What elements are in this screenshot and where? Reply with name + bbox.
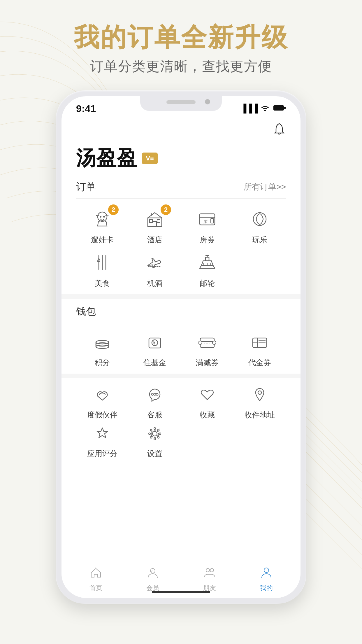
empty-slot-2	[233, 423, 286, 459]
home-nav-label: 首页	[89, 584, 102, 592]
svg-point-62	[264, 568, 269, 573]
order-grid: 2 遛娃卡 2	[76, 207, 286, 288]
svg-point-51	[149, 433, 150, 435]
svg-point-44	[152, 393, 154, 396]
vip-badge: V≡	[142, 153, 158, 164]
status-icons: ▐▐▐	[240, 104, 286, 113]
svg-rect-19	[205, 257, 209, 261]
order-item-meishi[interactable]: 美食	[76, 251, 129, 288]
status-time: 9:41	[76, 103, 96, 114]
kefu-label: 客服	[147, 410, 162, 420]
user-name-area: 汤盈盈 V≡	[76, 145, 286, 172]
jfen-icon	[92, 332, 113, 354]
service-item-rating[interactable]: 应用评分	[76, 423, 129, 459]
svg-point-53	[150, 429, 152, 431]
order-item-ludwaka[interactable]: 2 遛娃卡	[76, 207, 129, 245]
shoucang-label: 收藏	[200, 410, 215, 420]
ludwaka-icon-wrap: 2	[91, 207, 114, 231]
service-item-kefu[interactable]: 客服	[129, 384, 181, 420]
service-item-settings[interactable]: 设置	[129, 423, 181, 459]
nav-item-member[interactable]: V 会员	[124, 566, 181, 592]
bell-icon[interactable]	[273, 123, 286, 139]
shoucang-icon	[196, 384, 218, 406]
svg-point-49	[154, 428, 156, 429]
svg-rect-0	[273, 105, 284, 111]
wallet-section-header: 钱包	[76, 305, 286, 323]
jijiu-label: 机酒	[147, 278, 162, 288]
ludwaka-label: 遛娃卡	[91, 235, 114, 245]
svg-point-27	[96, 340, 109, 344]
section-divider-1	[61, 294, 301, 299]
order-section-header: 订单 所有订单>>	[76, 180, 286, 199]
svg-rect-1	[284, 107, 286, 109]
order-section-title: 订单	[76, 180, 96, 194]
meishi-icon-wrap	[91, 251, 114, 274]
settings-label: 设置	[147, 449, 162, 459]
hotel-badge: 2	[161, 204, 171, 215]
address-icon	[249, 384, 270, 406]
header-area: 我的订单全新升级 订单分类更清晰，查找更方便	[0, 23, 362, 76]
phone-camera	[205, 99, 210, 104]
services-grid-1: 度假伙伴 客服	[76, 384, 286, 420]
rating-icon	[92, 423, 113, 444]
manzjian-label: 满减券	[196, 358, 219, 368]
order-item-hotel[interactable]: 2 酒店	[129, 207, 181, 245]
youlun-icon-wrap	[196, 251, 219, 274]
svg-point-56	[150, 436, 152, 438]
wallet-item-manzjian[interactable]: 满减券	[181, 332, 233, 368]
holiday-partner-label: 度假伙伴	[87, 410, 117, 420]
svg-point-45	[154, 393, 156, 396]
empty-slot-1	[181, 423, 233, 459]
home-nav-icon	[89, 566, 102, 582]
daijinquan-label: 代金券	[248, 358, 271, 368]
order-section-link[interactable]: 所有订单>>	[244, 181, 286, 192]
service-item-holiday-partner[interactable]: 度假伙伴	[76, 384, 129, 420]
nav-item-mine[interactable]: 我的	[238, 566, 295, 592]
jfen-label: 积分	[95, 358, 110, 368]
svg-rect-13	[211, 218, 214, 223]
nav-item-friends[interactable]: 朋友	[181, 566, 238, 592]
order-item-youlun[interactable]: 邮轮	[181, 251, 233, 288]
kefu-icon	[144, 384, 166, 406]
settings-icon	[144, 423, 166, 444]
svg-rect-8	[153, 221, 157, 227]
svg-rect-6	[150, 220, 152, 223]
wifi-icon	[261, 104, 270, 113]
svg-rect-33	[200, 338, 214, 347]
wanle-label: 玩乐	[252, 235, 267, 245]
wallet-item-jfen[interactable]: 积分	[76, 332, 129, 368]
app-content: 汤盈盈 V≡ 订单 所有订单>>	[61, 117, 301, 560]
wallet-item-zhujijin[interactable]: ¥ 住基金	[129, 332, 181, 368]
user-name: 汤盈盈	[76, 145, 137, 172]
hotel-label: 酒店	[147, 235, 162, 245]
svg-point-55	[157, 429, 159, 431]
svg-point-59	[206, 568, 210, 572]
address-label: 收件地址	[245, 410, 275, 420]
order-item-jijiu[interactable]: 机酒	[129, 251, 181, 288]
phone-notch	[140, 96, 222, 111]
ludwaka-badge: 2	[108, 204, 119, 215]
svg-rect-7	[157, 220, 160, 223]
fangquan-icon-wrap: 房	[196, 207, 219, 231]
nav-item-home[interactable]: 首页	[67, 566, 124, 592]
service-item-address[interactable]: 收件地址	[233, 384, 286, 420]
service-item-shoucang[interactable]: 收藏	[181, 384, 233, 420]
meishi-label: 美食	[95, 278, 110, 288]
friends-nav-icon	[203, 566, 216, 582]
svg-point-47	[258, 391, 261, 394]
header-title: 我的订单全新升级	[0, 23, 362, 52]
wallet-section-title: 钱包	[76, 305, 96, 318]
wallet-item-daijinquan[interactable]: 代金券	[233, 332, 286, 368]
hotel-icon-wrap: 2	[143, 207, 166, 231]
svg-point-52	[159, 433, 161, 435]
bottom-spacer	[76, 462, 286, 470]
svg-point-36	[212, 341, 216, 344]
order-item-fangquan[interactable]: 房 房券	[181, 207, 233, 245]
signal-icon: ▐▐▐	[240, 104, 258, 113]
order-item-wanle[interactable]: 玩乐	[233, 207, 286, 245]
svg-text:¥: ¥	[153, 341, 155, 345]
section-divider-2	[61, 374, 301, 378]
phone-inner: 9:41 ▐▐▐	[61, 96, 301, 598]
svg-point-4	[103, 216, 105, 218]
svg-point-48	[152, 431, 157, 436]
